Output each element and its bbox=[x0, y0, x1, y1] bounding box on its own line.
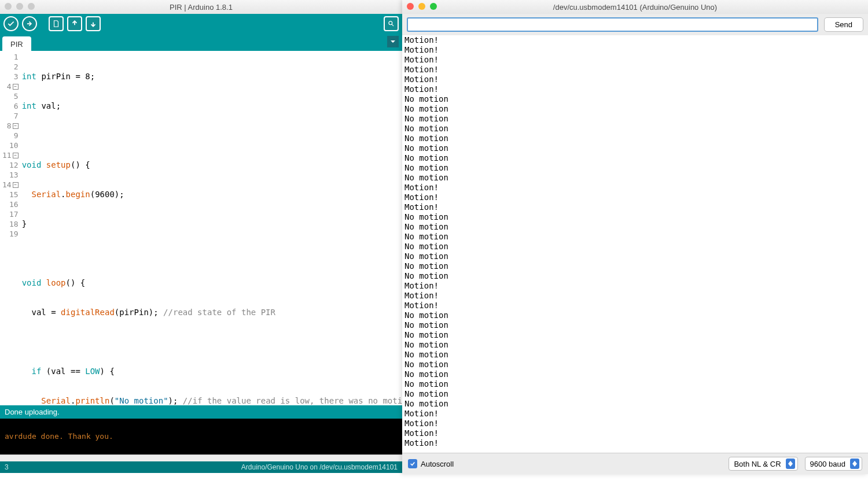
ide-tabbar: PIR bbox=[0, 34, 402, 51]
serial-output-line: No motion bbox=[404, 360, 866, 369]
new-button[interactable] bbox=[49, 16, 64, 31]
svg-point-0 bbox=[389, 21, 392, 25]
serial-output-line: No motion bbox=[404, 124, 866, 134]
line-gutter: 1 2 3 4− 5 6 7 8− 9 10 11− 12 13 14− 15 … bbox=[0, 51, 20, 405]
ide-footer: 3 Arduino/Genuino Uno on /dev/cu.usbmode… bbox=[0, 461, 402, 473]
close-icon[interactable] bbox=[407, 3, 414, 10]
serial-output-line: No motion bbox=[404, 242, 866, 252]
chevron-updown-icon bbox=[850, 459, 859, 469]
serial-titlebar[interactable]: /dev/cu.usbmodem14101 (Arduino/Genuino U… bbox=[402, 0, 868, 14]
board-port-label: Arduino/Genuino Uno on /dev/cu.usbmodem1… bbox=[241, 463, 398, 471]
minimize-icon[interactable] bbox=[16, 3, 23, 10]
autoscroll-checkbox[interactable]: Autoscroll bbox=[408, 459, 454, 468]
serial-output-line: No motion bbox=[404, 252, 866, 261]
autoscroll-label: Autoscroll bbox=[421, 460, 454, 468]
minimize-icon[interactable] bbox=[418, 3, 425, 10]
close-icon[interactable] bbox=[5, 3, 12, 10]
code-content[interactable]: int pirPin = 8; int val; void setup() { … bbox=[20, 51, 402, 405]
upload-button[interactable] bbox=[22, 16, 37, 31]
serial-output[interactable]: Motion!Motion!Motion!Motion!Motion!Motio… bbox=[402, 35, 868, 453]
cursor-position: 3 bbox=[5, 463, 9, 471]
serial-bottombar: Autoscroll Both NL & CR 9600 baud bbox=[402, 453, 868, 474]
serial-output-line: No motion bbox=[404, 261, 866, 271]
serial-output-line: No motion bbox=[404, 340, 866, 350]
serial-output-line: No motion bbox=[404, 143, 866, 153]
serial-input[interactable] bbox=[407, 17, 818, 32]
serial-output-line: No motion bbox=[404, 350, 866, 360]
check-icon bbox=[408, 459, 417, 468]
serial-output-line: Motion! bbox=[404, 281, 866, 291]
ide-toolbar bbox=[0, 14, 402, 34]
serial-output-line: No motion bbox=[404, 104, 866, 114]
sketch-tab[interactable]: PIR bbox=[2, 36, 31, 51]
serial-output-line: No motion bbox=[404, 399, 866, 409]
serial-output-line: Motion! bbox=[404, 183, 866, 193]
serial-output-line: Motion! bbox=[404, 291, 866, 301]
serial-output-line: No motion bbox=[404, 212, 866, 222]
horizontal-scrollbar[interactable] bbox=[0, 454, 402, 461]
code-editor[interactable]: 1 2 3 4− 5 6 7 8− 9 10 11− 12 13 14− 15 … bbox=[0, 51, 402, 405]
send-row: Send bbox=[402, 14, 868, 35]
serial-output-line: No motion bbox=[404, 173, 866, 183]
serial-output-line: No motion bbox=[404, 369, 866, 379]
serial-output-line: No motion bbox=[404, 222, 866, 232]
serial-output-line: No motion bbox=[404, 163, 866, 173]
verify-button[interactable] bbox=[3, 16, 19, 31]
serial-output-line: Motion! bbox=[404, 75, 866, 84]
send-button[interactable]: Send bbox=[824, 17, 863, 32]
serial-output-line: No motion bbox=[404, 271, 866, 281]
serial-monitor-button[interactable] bbox=[384, 16, 399, 31]
open-button[interactable] bbox=[67, 16, 82, 31]
serial-output-line: No motion bbox=[404, 379, 866, 389]
serial-output-line: No motion bbox=[404, 310, 866, 320]
serial-output-line: Motion! bbox=[404, 84, 866, 94]
fold-icon[interactable]: − bbox=[13, 84, 19, 90]
arduino-ide-window: PIR | Arduino 1.8.1 PIR 1 2 3 4− 5 6 7 8… bbox=[0, 0, 402, 473]
serial-output-line: No motion bbox=[404, 153, 866, 163]
serial-output-line: Motion! bbox=[404, 301, 866, 310]
tab-menu-button[interactable] bbox=[387, 36, 399, 47]
serial-output-line: No motion bbox=[404, 114, 866, 124]
line-ending-select[interactable]: Both NL & CR bbox=[729, 457, 797, 471]
serial-output-line: Motion! bbox=[404, 65, 866, 75]
fold-icon[interactable]: − bbox=[13, 123, 19, 129]
serial-title: /dev/cu.usbmodem14101 (Arduino/Genuino U… bbox=[553, 3, 717, 12]
zoom-icon[interactable] bbox=[430, 3, 437, 10]
serial-output-line: Motion! bbox=[404, 35, 866, 45]
serial-output-line: No motion bbox=[404, 94, 866, 104]
serial-output-line: No motion bbox=[404, 330, 866, 340]
serial-output-line: No motion bbox=[404, 232, 866, 242]
serial-output-line: Motion! bbox=[404, 45, 866, 55]
serial-output-line: Motion! bbox=[404, 428, 866, 438]
serial-output-line: Motion! bbox=[404, 202, 866, 212]
fold-icon[interactable]: − bbox=[13, 153, 19, 158]
serial-output-line: Motion! bbox=[404, 193, 866, 202]
baud-select[interactable]: 9600 baud bbox=[805, 457, 862, 471]
serial-output-line: No motion bbox=[404, 134, 866, 143]
chevron-updown-icon bbox=[786, 459, 795, 469]
serial-output-line: Motion! bbox=[404, 55, 866, 65]
fold-icon[interactable]: − bbox=[13, 182, 19, 188]
serial-output-line: No motion bbox=[404, 389, 866, 399]
ide-title: PIR | Arduino 1.8.1 bbox=[170, 3, 233, 12]
serial-output-line: Motion! bbox=[404, 409, 866, 419]
console-line: avrdude done. Thank you. bbox=[5, 432, 398, 441]
save-button[interactable] bbox=[86, 16, 101, 31]
build-console[interactable]: avrdude done. Thank you. bbox=[0, 419, 402, 454]
zoom-icon[interactable] bbox=[28, 3, 35, 10]
ide-titlebar[interactable]: PIR | Arduino 1.8.1 bbox=[0, 0, 402, 14]
status-bar: Done uploading. bbox=[0, 405, 402, 419]
serial-monitor-window: /dev/cu.usbmodem14101 (Arduino/Genuino U… bbox=[402, 0, 868, 474]
serial-output-line: No motion bbox=[404, 320, 866, 330]
serial-output-line: Motion! bbox=[404, 419, 866, 428]
serial-output-line: Motion! bbox=[404, 438, 866, 448]
